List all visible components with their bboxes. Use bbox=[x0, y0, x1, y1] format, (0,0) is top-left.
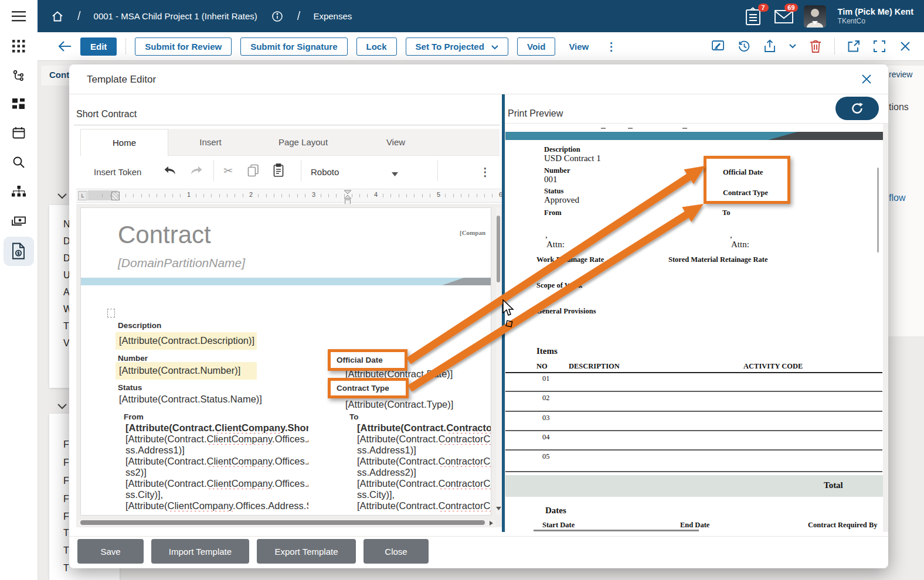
document-page[interactable]: Contract [DomainPartitionName] [Compan D… bbox=[80, 207, 491, 516]
tasks-button[interactable]: 7 bbox=[745, 7, 763, 26]
doc-accent-band bbox=[81, 277, 491, 285]
view-button[interactable]: View bbox=[569, 42, 589, 52]
apps-grid-icon[interactable] bbox=[11, 39, 26, 54]
annotate-icon[interactable] bbox=[711, 39, 725, 53]
contract-type-token: [Attribute(Contract.Type)] bbox=[345, 399, 453, 410]
modal-title: Template Editor bbox=[87, 74, 156, 86]
table-row-line bbox=[505, 430, 882, 431]
preview-accent-band bbox=[505, 132, 883, 140]
open-in-new-icon[interactable] bbox=[847, 39, 861, 53]
top-navbar: / 0001 - MSA Child Project 1 (Inherit Ra… bbox=[38, 0, 924, 32]
cursor-anchor-marker bbox=[107, 309, 115, 318]
from-token-block: [Attribute(Contract.ClientCompany.ShortL… bbox=[125, 422, 308, 511]
pv-provisions-label: General Provisions bbox=[536, 307, 596, 316]
tab-home[interactable]: Home bbox=[80, 129, 168, 156]
editor-more-icon[interactable]: ⋮ bbox=[480, 165, 491, 179]
template-name-field[interactable]: Short Contract bbox=[76, 109, 137, 120]
scrollbar-thumb[interactable] bbox=[497, 216, 500, 282]
copy-icon[interactable] bbox=[246, 163, 261, 178]
save-button[interactable]: Save bbox=[77, 539, 144, 564]
pv-attn: Attn: bbox=[546, 240, 565, 250]
delete-icon[interactable] bbox=[808, 39, 823, 53]
mail-badge: 69 bbox=[784, 4, 797, 12]
void-button[interactable]: Void bbox=[517, 37, 555, 56]
scrollbar-thumb[interactable] bbox=[80, 520, 485, 525]
cash-icon[interactable] bbox=[11, 214, 26, 229]
number-token: [Attribute(Contract.Number)] bbox=[119, 365, 240, 376]
dashboard-icon[interactable] bbox=[11, 97, 26, 112]
refresh-button[interactable] bbox=[835, 97, 879, 120]
clipped-label: F bbox=[63, 494, 69, 504]
scroll-down-arrow-icon[interactable] bbox=[496, 506, 501, 511]
pv-number-value: 001 bbox=[544, 175, 558, 185]
to-label: To bbox=[349, 412, 359, 421]
hamburger-menu-icon[interactable] bbox=[11, 9, 26, 24]
org-chart-icon[interactable] bbox=[11, 185, 26, 200]
editor-horizontal-scrollbar[interactable] bbox=[78, 520, 495, 526]
lock-button[interactable]: Lock bbox=[356, 37, 397, 56]
submit-for-signature-button[interactable]: Submit for Signature bbox=[240, 37, 347, 56]
back-arrow-icon[interactable] bbox=[57, 39, 72, 53]
user-avatar[interactable] bbox=[804, 5, 826, 28]
history-icon[interactable] bbox=[737, 39, 751, 53]
set-to-projected-button[interactable]: Set To Projected bbox=[406, 37, 508, 56]
share-icon[interactable] bbox=[763, 39, 777, 53]
workflow-icon[interactable] bbox=[11, 69, 26, 84]
user-info[interactable]: Tim (Pick Me) Kent TKentCo bbox=[838, 7, 913, 25]
undo-icon[interactable] bbox=[163, 163, 178, 178]
modal-close-icon[interactable] bbox=[861, 73, 874, 86]
export-template-button[interactable]: Export Template bbox=[257, 539, 356, 564]
scroll-right-arrow-icon[interactable] bbox=[489, 521, 494, 526]
chevron-down-icon[interactable] bbox=[56, 402, 68, 411]
calendar-icon[interactable] bbox=[11, 125, 26, 141]
status-token: [Attribute(Contract.Status.Name)] bbox=[119, 394, 262, 405]
clipped-text-remnant bbox=[601, 128, 606, 129]
doc-subtitle-token: [DomainPartitionName] bbox=[118, 256, 245, 270]
share-caret-icon[interactable] bbox=[789, 39, 797, 53]
close-button[interactable]: Close bbox=[364, 539, 429, 564]
preview-scrollbar-thumb[interactable] bbox=[877, 168, 879, 253]
edit-button[interactable]: Edit bbox=[80, 37, 117, 56]
ruler-corner[interactable]: L bbox=[78, 191, 87, 200]
breadcrumb-separator: / bbox=[77, 9, 81, 23]
insert-token-button[interactable]: Insert Token bbox=[94, 167, 141, 177]
info-icon[interactable] bbox=[270, 9, 284, 23]
clipped-label: F bbox=[63, 511, 69, 522]
breadcrumb-separator: / bbox=[297, 9, 301, 23]
cut-icon[interactable]: ✂ bbox=[220, 163, 236, 178]
breadcrumb-project[interactable]: 0001 - MSA Child Project 1 (Inherit Rate… bbox=[94, 11, 257, 21]
pv-col-description: DESCRIPTION bbox=[569, 362, 620, 371]
editor-tabstrip: Home Insert Page Layout View bbox=[80, 129, 500, 156]
pv-description-label: Description bbox=[544, 145, 580, 154]
paste-icon[interactable] bbox=[271, 163, 287, 178]
ruler-number: 5 bbox=[435, 191, 442, 198]
font-select-caret-icon[interactable] bbox=[387, 166, 402, 182]
close-icon[interactable] bbox=[898, 39, 912, 53]
import-template-button[interactable]: Import Template bbox=[151, 539, 249, 564]
tab-insert[interactable]: Insert bbox=[167, 129, 254, 155]
editor-vertical-scrollbar[interactable] bbox=[496, 207, 501, 514]
ruler-number: 3 bbox=[310, 191, 317, 198]
action-toolbar: Edit Submit for Review Submit for Signat… bbox=[38, 32, 924, 61]
official-date-callout: Official Date bbox=[328, 349, 407, 371]
tab-view[interactable]: View bbox=[352, 129, 439, 155]
mail-button[interactable]: 69 bbox=[774, 7, 792, 26]
breadcrumb-page[interactable]: Expenses bbox=[313, 11, 352, 21]
fullscreen-icon[interactable] bbox=[872, 39, 886, 53]
submit-for-review-button[interactable]: Submit for Review bbox=[135, 37, 232, 56]
redo-icon[interactable] bbox=[188, 163, 203, 178]
chevron-down-icon[interactable] bbox=[56, 192, 68, 201]
search-icon[interactable] bbox=[11, 155, 26, 170]
clipped-link[interactable]: flow bbox=[889, 193, 905, 203]
table-header-line bbox=[505, 372, 882, 373]
font-select[interactable]: Roboto bbox=[311, 167, 339, 177]
pv-stored-retainage-label: Stored Material Retainage Rate bbox=[668, 255, 768, 264]
pv-end-date-label: End Date bbox=[680, 521, 709, 530]
tab-page-layout[interactable]: Page Layout bbox=[260, 129, 346, 155]
contract-docs-active-tile[interactable] bbox=[4, 237, 34, 266]
ruler-number: 4 bbox=[372, 191, 379, 198]
home-icon[interactable] bbox=[50, 9, 64, 23]
pv-row-no: 02 bbox=[542, 394, 550, 402]
more-options-icon[interactable]: ⋮ bbox=[606, 40, 617, 53]
pv-comma: , bbox=[545, 230, 548, 240]
